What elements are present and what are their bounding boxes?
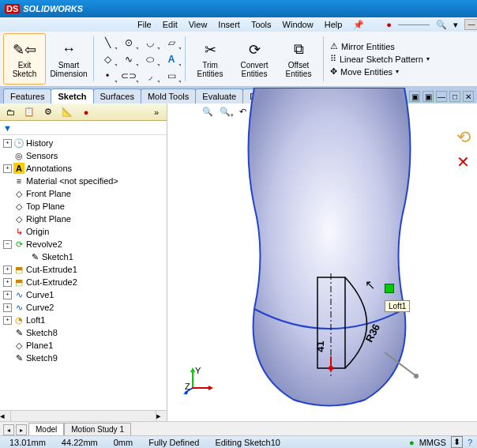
- tab-motion-study[interactable]: Motion Study 1: [64, 423, 131, 435]
- tree-material[interactable]: Material <not specified>: [26, 176, 118, 186]
- menu-tools[interactable]: Tools: [246, 20, 276, 29]
- linear-pattern-button[interactable]: ⠿Linear Sketch Pattern▾: [330, 54, 430, 64]
- tab-evaluate[interactable]: Evaluate: [195, 88, 243, 104]
- menu-bar: File Edit View Insert Tools Window Help …: [0, 17, 477, 32]
- feature-manager-tab[interactable]: 🗀: [2, 105, 19, 119]
- tab-scroll-left[interactable]: ◂: [3, 424, 14, 435]
- tab-model[interactable]: Model: [28, 423, 64, 435]
- mirror-entities-button[interactable]: ⚠Mirror Entities: [330, 41, 430, 51]
- zoom-fit-icon[interactable]: 🔍: [199, 104, 216, 119]
- menu-help[interactable]: Help: [320, 20, 347, 29]
- tree-cut-extrude2[interactable]: Cut-Extrude2: [26, 277, 77, 287]
- rotate-manipulator-icon[interactable]: ⟲: [456, 127, 471, 148]
- selection-grip[interactable]: [385, 284, 394, 293]
- tree-scrollbar[interactable]: ◂▸: [0, 410, 167, 421]
- search-box[interactable]: ● 🔍▾: [377, 20, 463, 30]
- display-manager-tab[interactable]: ●: [77, 105, 95, 119]
- tab-features[interactable]: Features: [3, 88, 51, 104]
- expand-icon[interactable]: +: [3, 316, 12, 325]
- status-sketch-state: Fully Defined: [144, 438, 204, 447]
- point-tool[interactable]: •: [97, 68, 118, 84]
- tree-top-plane[interactable]: Top Plane: [26, 201, 65, 211]
- expand-icon[interactable]: +: [3, 291, 12, 299]
- dock-btn-4[interactable]: □: [449, 91, 460, 102]
- tree-loft1[interactable]: Loft1: [26, 315, 45, 325]
- menu-insert[interactable]: Insert: [213, 20, 245, 29]
- close-manipulator-icon[interactable]: ✕: [456, 152, 471, 171]
- move-label: Move Entities: [340, 67, 392, 77]
- fillet-tool[interactable]: ◞: [140, 68, 160, 84]
- tree-cut-extrude1[interactable]: Cut-Extrude1: [26, 265, 77, 274]
- dock-btn-5[interactable]: ✕: [463, 91, 474, 102]
- mirror-label: Mirror Entities: [341, 42, 395, 51]
- tree-right-plane[interactable]: Right Plane: [26, 214, 71, 224]
- move-entities-button[interactable]: ✥Move Entities▾: [330, 66, 430, 77]
- menu-edit[interactable]: Edit: [158, 20, 182, 29]
- tree-sensors[interactable]: Sensors: [26, 151, 58, 160]
- slot-tool[interactable]: ⊂⊃: [118, 68, 139, 84]
- sketch-icon: ✎: [13, 352, 24, 363]
- zoom-area-icon[interactable]: 🔍: [216, 104, 234, 119]
- tree-sketch9[interactable]: Sketch9: [26, 353, 58, 363]
- expand-icon[interactable]: +: [3, 303, 12, 312]
- dock-btn-2[interactable]: ▣: [423, 91, 434, 102]
- graphics-area[interactable]: 🔍 🔍 ↶ ✂ 🧊 ▦ 👁 ● ⚙ ⟲ ✕: [167, 104, 477, 421]
- convert-entities-button[interactable]: ⟳ Convert Entities: [233, 33, 276, 85]
- offset-entities-button[interactable]: ⧉ Offset Entities: [277, 33, 320, 85]
- config-manager-tab[interactable]: ⚙: [39, 105, 57, 119]
- tree-sketch1[interactable]: Sketch1: [42, 252, 73, 262]
- tab-scroll-right[interactable]: ▸: [16, 424, 27, 435]
- dimxpert-manager-tab[interactable]: 📐: [58, 105, 76, 119]
- sketch-tools-grid: ╲ ⊙ ◡ ▱ ◇ ∿ ⬭ A • ⊂⊃ ◞ ▭: [97, 33, 182, 85]
- tree-curve1[interactable]: Curve1: [26, 290, 54, 299]
- reference-triad[interactable]: YZ: [183, 366, 215, 397]
- panel-toggle[interactable]: »: [148, 105, 165, 119]
- expand-icon[interactable]: +: [3, 164, 12, 173]
- ellipse-tool[interactable]: ⬭: [140, 51, 160, 67]
- tree-plane1[interactable]: Plane1: [26, 341, 53, 350]
- expand-icon[interactable]: +: [3, 278, 12, 287]
- rect-tool[interactable]: ▱: [161, 35, 182, 51]
- expand-icon[interactable]: +: [3, 265, 12, 274]
- trim-entities-button[interactable]: ✂ Trim Entities: [189, 33, 231, 85]
- status-help-icon[interactable]: ?: [468, 438, 472, 447]
- tab-mold-tools[interactable]: Mold Tools: [141, 88, 196, 104]
- property-manager-tab[interactable]: 📋: [21, 105, 38, 119]
- status-bar: 13.01mm 44.22mm 0mm Fully Defined Editin…: [0, 435, 477, 448]
- menu-window[interactable]: Window: [278, 20, 318, 29]
- tree-origin[interactable]: Origin: [26, 227, 49, 236]
- menu-view[interactable]: View: [184, 20, 212, 29]
- tree-sketch8[interactable]: Sketch8: [26, 328, 58, 337]
- trim-label: Trim Entities: [197, 61, 223, 78]
- title-bar: DS SOLIDWORKS: [0, 0, 477, 17]
- text-tool[interactable]: A: [161, 51, 182, 67]
- tree-front-plane[interactable]: Front Plane: [26, 189, 71, 198]
- filter-row[interactable]: ▼: [0, 121, 167, 135]
- smart-dimension-label: Smart Dimension: [50, 61, 87, 78]
- rebuild-icon[interactable]: ●: [409, 438, 415, 447]
- menu-pin-icon[interactable]: 📌: [348, 20, 369, 30]
- tree-history[interactable]: History: [26, 138, 53, 148]
- tree-curve2[interactable]: Curve2: [26, 303, 54, 312]
- circle-tool[interactable]: ⊙: [118, 35, 139, 51]
- dock-btn-3[interactable]: —: [436, 91, 447, 102]
- smart-dimension-button[interactable]: ↔ Smart Dimension: [47, 33, 90, 85]
- status-maximize-icon[interactable]: ⬍: [451, 436, 463, 448]
- tab-surfaces[interactable]: Surfaces: [93, 88, 141, 104]
- spline-tool[interactable]: ∿: [118, 51, 139, 67]
- arc-tool[interactable]: ◡: [140, 35, 160, 51]
- menu-file[interactable]: File: [133, 20, 156, 29]
- tree-annotations[interactable]: Annotations: [26, 164, 72, 173]
- tree-revolve2[interactable]: Revolve2: [26, 239, 62, 249]
- line-tool[interactable]: ╲: [97, 35, 118, 51]
- polygon-tool[interactable]: ◇: [97, 51, 118, 67]
- collapse-icon[interactable]: −: [3, 240, 12, 249]
- dim-height[interactable]: 41: [314, 341, 326, 352]
- exit-sketch-button[interactable]: ✎⇦ Exit Sketch: [3, 33, 46, 85]
- minimize-button[interactable]: —: [464, 19, 477, 30]
- status-units[interactable]: MMGS: [419, 438, 446, 447]
- revolve-icon: ⟳: [13, 239, 24, 250]
- tab-sketch[interactable]: Sketch: [51, 88, 93, 104]
- expand-icon[interactable]: +: [3, 139, 12, 148]
- plane-tool[interactable]: ▭: [161, 68, 182, 84]
